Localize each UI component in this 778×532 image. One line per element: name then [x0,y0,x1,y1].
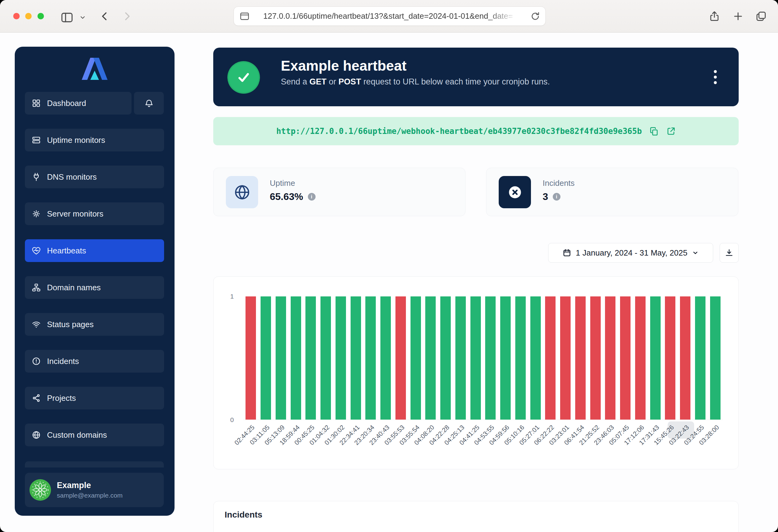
bar-up[interactable] [425,296,436,420]
open-link-button[interactable] [666,126,676,136]
browser-window: 127.0.0.1/66uptime/heartbeat/13?&start_d… [0,0,778,532]
sidebar-item-projects[interactable]: Projects [25,387,164,410]
reload-button[interactable] [530,11,541,21]
bar-down[interactable] [575,296,586,420]
sidebar-item-server-monitors[interactable]: Server monitors [25,202,164,225]
download-button[interactable] [720,243,739,263]
user-name: Example [57,481,123,490]
bar-slot [663,296,678,420]
bar-up[interactable] [365,296,376,420]
bar-up[interactable] [710,296,720,420]
stat-value: 65.63% [270,191,303,202]
tab-overview-button[interactable] [755,10,767,22]
sidebar-nav: DashboardUptime monitorsDNS monitorsServ… [15,82,174,446]
toolbar-chevron-button[interactable] [79,14,86,21]
traffic-light-minimize[interactable] [25,13,32,19]
info-icon[interactable]: i [553,193,560,200]
chevron-down-icon [79,14,86,21]
forward-icon [121,10,133,22]
chevron-down-icon [692,249,699,256]
bar-up[interactable] [305,296,316,420]
heartbeat-header-card: Example heartbeat Send a GET or POST req… [213,48,739,106]
info-icon[interactable]: i [308,193,316,200]
post-method-label: POST [338,77,361,86]
bar-down[interactable] [620,296,630,420]
bar-down[interactable] [245,296,256,420]
traffic-light-close[interactable] [13,13,20,19]
page-icon [239,11,250,21]
share-icon [709,10,720,22]
sidebar-item-label: Projects [47,393,76,403]
sidebar-item-custom-domains[interactable]: Custom domains [25,424,164,446]
bar-up[interactable] [335,296,346,420]
bar-slot [543,296,558,420]
bar-up[interactable] [470,296,481,420]
notification-bell-button[interactable] [134,92,164,114]
bar-up[interactable] [291,296,301,420]
bar-down[interactable] [635,296,645,420]
date-range-button[interactable]: 1 January, 2024 - 31 May, 2025 [548,243,713,263]
bar-up[interactable] [515,296,526,420]
webhook-url: http://127.0.0.1/66uptime/webhook-heartb… [276,126,642,136]
bar-up[interactable] [500,296,511,420]
bar-down[interactable] [395,296,406,420]
avatar [29,479,51,501]
url-bar[interactable]: 127.0.0.1/66uptime/heartbeat/13?&start_d… [234,6,546,26]
bar-down[interactable] [545,296,555,420]
bar-up[interactable] [276,296,286,420]
bar-up[interactable] [485,296,495,420]
sidebar-item-partial[interactable] [25,461,164,467]
bar-slot [348,296,363,420]
share-button[interactable] [709,10,720,22]
forward-button[interactable] [121,10,133,22]
bar-down[interactable] [680,296,690,420]
bar-slot [453,296,468,420]
calendar-icon [563,249,571,257]
bar-slot [603,296,618,420]
bar-slot [528,296,543,420]
bar-up[interactable] [695,296,705,420]
traffic-light-zoom[interactable] [37,13,44,19]
bar-slot [423,296,438,420]
user-card[interactable]: Example sample@example.com [25,473,164,507]
bar-up[interactable] [320,296,331,420]
bar-up[interactable] [351,296,361,420]
bar-slot [468,296,483,420]
bar-up[interactable] [380,296,391,420]
sidebar-toggle-button[interactable] [60,11,74,24]
sidebar-item-incidents[interactable]: Incidents [25,350,164,373]
bar-up[interactable] [455,296,466,420]
sidebar-toggle-icon [60,11,74,24]
bar-down[interactable] [605,296,615,420]
bar-down[interactable] [665,296,675,420]
bar-up[interactable] [650,296,660,420]
sidebar-item-dns-monitors[interactable]: DNS monitors [25,166,164,188]
bar-slot [408,296,423,420]
kebab-menu-button[interactable] [707,66,723,89]
bar-up[interactable] [530,296,541,420]
sidebar-item-uptime-monitors[interactable]: Uptime monitors [25,129,164,152]
bar-down[interactable] [560,296,570,420]
new-tab-button[interactable] [732,10,744,22]
bar-up[interactable] [440,296,451,420]
incidents-tile [499,176,531,208]
sidebar-item-label: Status pages [47,320,94,329]
bar-up[interactable] [260,296,271,420]
bar-slot [498,296,513,420]
x-axis-labels: 02:44:2503:11:0505:13:0918:59:4400:45:25… [243,422,723,462]
bar-up[interactable] [410,296,421,420]
sidebar-item-label: Incidents [47,357,79,366]
bar-down[interactable] [590,296,601,420]
back-button[interactable] [99,10,110,22]
app-logo[interactable] [15,47,174,82]
copy-button[interactable] [649,126,659,136]
sidebar-item-status-pages[interactable]: Status pages [25,313,164,336]
download-icon [724,248,734,257]
sidebar-item-label: Dashboard [47,99,86,108]
globe-icon [233,183,251,201]
bar-slot [648,296,663,420]
sidebar-item-domain-names[interactable]: Domain names [25,276,164,299]
sidebar-item-dashboard[interactable]: Dashboard [25,92,132,114]
sidebar-item-heartbeats[interactable]: Heartbeats [25,239,164,262]
sidebar-item-label: Custom domains [47,430,107,440]
